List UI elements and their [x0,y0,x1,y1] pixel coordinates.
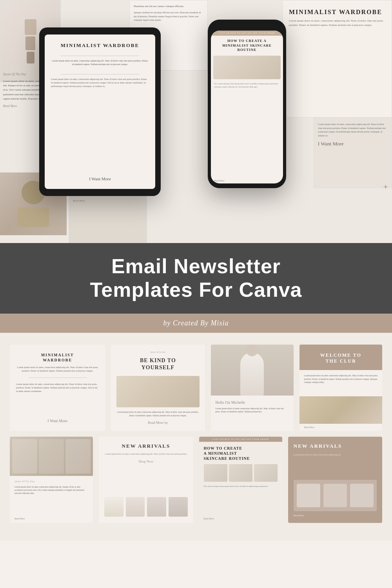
bg-card-rm: Lorem ipsum dolor sit amet, consectetur … [314,118,392,188]
card-new-arrivals-light: NEW ARRIVALS Lorem ipsum dolor sit amet,… [99,437,193,523]
top-right-title: MINIMALIST WARDROBE [289,8,385,16]
card8-prod-1 [297,484,320,507]
devices-container: MINIMALIST WARDROBE Lorem ipsum dolor si… [39,20,294,231]
center-banner: Email Newsletter Templates For Canva [0,243,392,314]
product-2 [126,497,145,517]
card4-mid: Lorem ipsum dolor sit amet consectetur a… [299,370,382,396]
card7-text: Orci varius natoque lorem ipsum dolor se… [204,485,278,488]
phone-header-title: HOW TO CREATE A MINIMALIST SKINCARE ROUT… [215,39,279,53]
card7-images [204,464,278,482]
tablet-screen: MINIMALIST WARDROBE Lorem ipsum dolor si… [45,34,155,189]
phone-banner: LAST CHANCE TO GET 30% OFF YOUR ORDER [211,31,283,36]
tablet-body: Lorem ipsum dolor sit amet, consectetur … [51,59,149,66]
tablet-device: MINIMALIST WARDROBE Lorem ipsum dolor si… [39,27,161,196]
right-mid-sig: I Want More [318,140,388,148]
phone-content: Orci varius natoque lorem ipsum dolor se… [211,81,283,178]
tablet-divider-top [61,56,139,56]
plus-icon-br: + [383,182,388,192]
top-right-text: Lorem ipsum dolor sit amet, consectetur … [289,19,385,27]
card7-read-more: Read More [199,516,282,523]
product-1 [104,497,123,517]
card1-title: MINIMALISTWARDROBE [16,352,99,363]
top-collage: Phasellus sed elit nec metus volutpat ef… [0,0,392,243]
phone-header: HOW TO CREATE A MINIMALIST SKINCARE ROUT… [211,36,283,54]
card2-date: Quote of the day [116,351,199,353]
subtitle-text: by Created By Misia [5,319,387,327]
card2-sig: Read More by [116,421,199,425]
tablet-title: MINIMALIST WARDROBE [61,42,139,49]
card-be-kind: Quote of the day BE KIND TOYOURSELF Lore… [111,345,205,431]
phone-device: LAST CHANCE TO GET 30% OFF YOUR ORDER HO… [208,20,286,188]
card1-text: Lorem ipsum dolor sit amet, consectetur … [16,366,99,373]
card4-title: WELCOME TOTHE CLUB [305,352,377,365]
card-photo-quote: Quote Of The Day Lorem ipsum dolor sit a… [10,437,93,523]
card5-quote-label: Quote Of The Day [15,480,88,483]
card7-img-3 [254,464,278,482]
card2-text: Lorem ipsum dolor sit amet consectetur a… [116,410,199,417]
card8-prod-2 [323,484,347,507]
card1-divider [29,377,87,378]
card1-text2: Lorem ipsum dolor sit amet, consectetur … [16,383,99,393]
card5-read-more: Read More [10,516,93,523]
card7-img-2 [229,464,252,482]
bottom-grid: MINIMALISTWARDROBE Lorem ipsum dolor sit… [0,333,392,541]
card4-photo [299,396,382,424]
card4-read-more: Read More [299,424,382,431]
card4-top: WELCOME TOTHE CLUB [299,345,382,370]
card3-photo [211,345,294,396]
card8-prod-3 [350,484,374,507]
card7-img-1 [204,464,227,482]
card7-title: HOW TO CREATEA MINIMALISTSKINCARE ROUTIN… [204,446,278,461]
card6-sig: Shop Now [104,459,187,463]
product-4 [169,497,188,517]
tablet-divider-mid [61,74,139,74]
card6-products [104,497,187,517]
card-new-arrivals-dark: NEW ARRIVALS Lorem ipsum dolor sit amet … [288,437,382,523]
tablet-secondary: Lorem ipsum dolor sit amet, consectetur … [51,78,149,88]
bg-card-tr: MINIMALIST WARDROBE Lorem ipsum dolor si… [282,0,392,118]
phone-cta: Read More [211,178,283,183]
subtitle-bar: by Created By Misia [0,314,392,333]
card6-text: Lorem ipsum dolor sit amet, consectetur … [104,452,187,456]
card3-bottom: Hello I'm Michelle Lorem ipsum dolor sit… [211,396,294,431]
card2-photo [116,376,199,407]
grid-row-1: MINIMALISTWARDROBE Lorem ipsum dolor sit… [10,345,382,431]
card-welcome-club: WELCOME TOTHE CLUB Lorem ipsum dolor sit… [299,345,382,431]
top-center-title: Phasellus sed elit nec metus volutpat ef… [134,4,203,9]
card5-photo [10,437,93,476]
phone-banner-text: LAST CHANCE TO GET 30% OFF YOUR ORDER [213,32,281,34]
card-minimalist-wardrobe: MINIMALISTWARDROBE Lorem ipsum dolor sit… [10,345,105,431]
phone-screen: LAST CHANCE TO GET 30% OFF YOUR ORDER HO… [211,31,283,183]
card7-banner: LAST CHANCE TO GET 30% OFF YOUR ORDER [199,437,282,442]
card3-greeting: Hello I'm Michelle [216,400,289,405]
banner-title: Email Newsletter Templates For Canva [24,255,368,302]
card1-sig: I Want More [16,419,99,423]
card4-text: Lorem ipsum dolor sit amet consectetur a… [304,374,377,384]
card-portrait: Hello I'm Michelle Lorem ipsum dolor sit… [211,345,294,431]
card3-text: Lorem ipsum dolor sit amet consectetur a… [216,407,289,414]
grid-row-2: Quote Of The Day Lorem ipsum dolor sit a… [10,437,382,523]
tablet-signature: I Want More [89,176,111,181]
card5-bottom: Quote Of The Day Lorem ipsum dolor sit a… [10,476,93,516]
card8-read-more: Read More [294,514,377,517]
right-mid-text: Lorem ipsum dolor sit amet, consectetur … [318,123,388,138]
card8-text: Lorem ipsum dolor sit amet consectetur a… [294,453,377,457]
card6-title: NEW ARRIVALS [104,443,187,449]
phone-body-text: Orci varius natoque lorem ipsum dolor se… [214,82,280,88]
card2-title: BE KIND TOYOURSELF [116,357,199,371]
card8-products [294,480,377,511]
phone-notch [235,24,259,29]
phone-image-area [213,56,281,79]
card5-text: Lorem ipsum dolor sit amet consectetur a… [15,485,88,495]
card7-banner-text: LAST CHANCE TO GET 30% OFF YOUR ORDER [202,438,279,440]
card-skincare: LAST CHANCE TO GET 30% OFF YOUR ORDER HO… [199,437,282,523]
card7-content: HOW TO CREATEA MINIMALISTSKINCARE ROUTIN… [199,442,282,516]
card8-title: NEW ARRIVALS [294,443,377,449]
product-3 [147,497,166,517]
